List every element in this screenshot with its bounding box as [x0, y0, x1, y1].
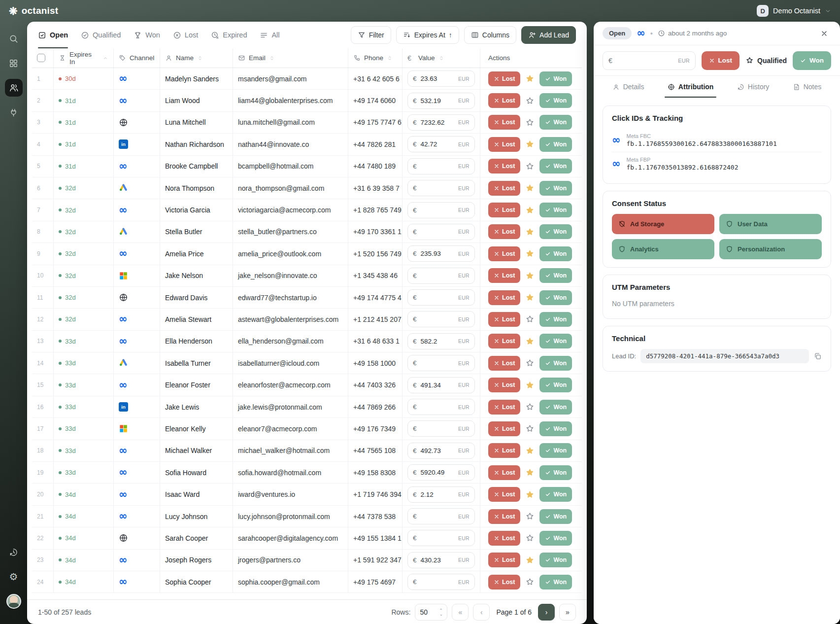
panel-tab-history[interactable]: History: [737, 76, 770, 98]
header-value[interactable]: €Value: [403, 48, 480, 68]
value-input[interactable]: €EUR: [407, 399, 475, 415]
close-icon[interactable]: [817, 27, 831, 40]
lost-button[interactable]: Lost: [488, 465, 520, 480]
value-input[interactable]: €EUR: [407, 289, 475, 306]
value-input[interactable]: €EUR: [407, 158, 475, 174]
lost-button[interactable]: Lost: [488, 115, 520, 130]
star-toggle[interactable]: [525, 162, 535, 171]
won-button[interactable]: Won: [539, 115, 572, 130]
table-row[interactable]: 7 32d ∞ Victoria Garcia victoriagarcia@a…: [32, 199, 582, 221]
star-toggle[interactable]: [525, 183, 535, 193]
table-row[interactable]: 20 34d ∞ Isaac Ward iward@ventures.io +1…: [32, 484, 582, 505]
sidebar-item-dashboard[interactable]: [5, 54, 23, 72]
star-toggle[interactable]: [525, 402, 535, 412]
value-input[interactable]: €EUR: [407, 268, 475, 284]
won-button[interactable]: Won: [539, 531, 572, 546]
brand-logo[interactable]: ❋ octanist: [9, 5, 58, 16]
consent-ad-storage[interactable]: Ad Storage: [612, 214, 714, 234]
lost-button[interactable]: Lost: [488, 137, 520, 152]
value-input[interactable]: €EUR: [407, 224, 475, 240]
lost-button[interactable]: Lost: [488, 487, 520, 502]
header-channel[interactable]: Channel: [114, 48, 160, 68]
star-toggle[interactable]: [525, 74, 535, 83]
won-button[interactable]: Won: [539, 181, 572, 196]
table-row[interactable]: 16 33d in Jake Lewis jake.lewis@protonma…: [32, 396, 582, 418]
lost-button[interactable]: Lost: [488, 356, 520, 371]
lost-button[interactable]: Lost: [488, 509, 520, 524]
won-button[interactable]: Won: [539, 93, 572, 108]
first-page-button[interactable]: «: [452, 604, 469, 621]
star-toggle[interactable]: [525, 468, 535, 477]
won-button[interactable]: Won: [539, 246, 572, 261]
star-toggle[interactable]: [525, 293, 535, 302]
last-page-button[interactable]: »: [559, 604, 576, 621]
won-button[interactable]: Won: [539, 509, 572, 524]
value-input[interactable]: €EUR: [407, 508, 475, 524]
lost-button[interactable]: Lost: [488, 224, 520, 239]
prev-page-button[interactable]: ‹: [473, 604, 490, 621]
table-row[interactable]: 18 33d ∞ Michael Walker michael_walker@h…: [32, 440, 582, 462]
tab-expired[interactable]: Expired: [211, 22, 247, 48]
star-toggle[interactable]: [525, 490, 535, 499]
value-input[interactable]: €42.72EUR: [407, 136, 475, 152]
lost-button[interactable]: Lost: [488, 268, 520, 283]
lost-button[interactable]: Lost: [702, 51, 740, 70]
table-row[interactable]: 4 31d in Nathan Richardson nathan44@inno…: [32, 134, 582, 155]
lost-button[interactable]: Lost: [488, 93, 520, 108]
value-input[interactable]: €23.63EUR: [407, 70, 475, 87]
table-row[interactable]: 14 33d Isabella Turner isabellaturner@ic…: [32, 352, 582, 374]
sidebar-item-history[interactable]: [5, 543, 23, 561]
lost-button[interactable]: Lost: [488, 312, 520, 327]
lost-button[interactable]: Lost: [488, 290, 520, 305]
consent-user-data[interactable]: User Data: [719, 214, 822, 234]
value-input[interactable]: €EUR: [407, 180, 475, 196]
star-toggle[interactable]: [525, 314, 535, 324]
star-toggle[interactable]: [525, 337, 535, 346]
won-button[interactable]: Won: [539, 268, 572, 283]
panel-tab-notes[interactable]: Notes: [793, 76, 822, 98]
lost-button[interactable]: Lost: [488, 553, 520, 567]
won-button[interactable]: Won: [539, 290, 572, 305]
tab-open[interactable]: Open: [38, 22, 68, 48]
value-input[interactable]: €430.23EUR: [407, 552, 475, 568]
star-toggle[interactable]: [525, 249, 535, 258]
sidebar-item-search[interactable]: [5, 30, 23, 47]
lost-button[interactable]: Lost: [488, 246, 520, 261]
value-input[interactable]: €EUR: [407, 355, 475, 371]
lost-button[interactable]: Lost: [488, 378, 520, 392]
sidebar-item-profile[interactable]: [5, 592, 23, 610]
value-input[interactable]: €EUR: [407, 202, 475, 218]
value-input[interactable]: €EUR: [407, 530, 475, 546]
star-toggle[interactable]: [525, 206, 535, 215]
tab-won[interactable]: Won: [134, 22, 160, 48]
table-row[interactable]: 10 32d Jake Nelson jake_nelson@innovate.…: [32, 265, 582, 287]
won-button[interactable]: Won: [539, 159, 572, 173]
won-button[interactable]: Won: [539, 553, 572, 567]
copy-icon[interactable]: [813, 352, 822, 360]
consent-personalization[interactable]: Personalization: [719, 239, 822, 259]
won-button[interactable]: Won: [539, 203, 572, 217]
table-row[interactable]: 19 33d ∞ Sofia Howard sofia.howard@hotma…: [32, 462, 582, 484]
lost-button[interactable]: Lost: [488, 421, 520, 436]
value-input[interactable]: €EUR: [407, 574, 475, 590]
table-row[interactable]: 17 33d Eleanor Kelly eleanor7@acmecorp.c…: [32, 418, 582, 440]
star-toggle[interactable]: [525, 533, 535, 543]
star-toggle[interactable]: [525, 96, 535, 105]
header-email[interactable]: Email: [233, 48, 348, 68]
won-button[interactable]: Won: [539, 312, 572, 327]
value-input[interactable]: €EUR: [407, 311, 475, 327]
lost-button[interactable]: Lost: [488, 575, 520, 589]
header-phone[interactable]: Phone: [348, 48, 403, 68]
value-input[interactable]: €532.19EUR: [407, 93, 475, 109]
table-row[interactable]: 21 34d ∞ Lucy Johnson lucy.johnson@proto…: [32, 506, 582, 527]
select-all-checkbox[interactable]: [37, 54, 45, 62]
table-row[interactable]: 13 33d ∞ Ella Henderson ella_henderson@g…: [32, 331, 582, 352]
won-button[interactable]: Won: [539, 400, 572, 415]
won-button[interactable]: Won: [539, 421, 572, 436]
won-button[interactable]: Won: [539, 71, 572, 86]
lost-button[interactable]: Lost: [488, 334, 520, 348]
table-row[interactable]: 23 34d ∞ Joseph Rogers jrogers@partners.…: [32, 550, 582, 571]
won-button[interactable]: Won: [539, 575, 572, 589]
value-input[interactable]: €5920.49EUR: [407, 464, 475, 481]
table-row[interactable]: 6 32d Nora Thompson nora_thompson@gmail.…: [32, 177, 582, 199]
